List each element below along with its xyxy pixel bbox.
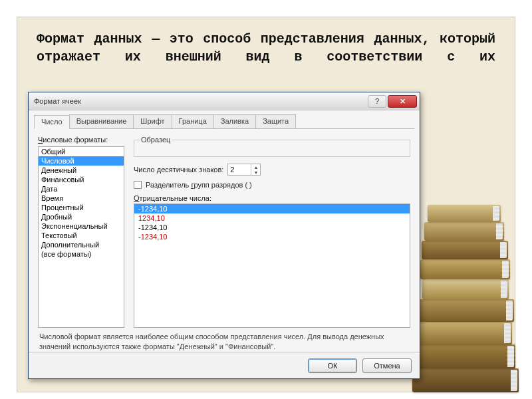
negative-numbers-label: Отрицательные числа:	[134, 194, 410, 202]
chevron-down-icon[interactable]: ▼	[251, 170, 260, 175]
negative-numbers-list[interactable]: -1234,10 1234,10 -1234,10 -1234,10	[134, 203, 410, 328]
help-button[interactable]: ?	[368, 95, 386, 108]
decimal-places-value: 2	[230, 166, 234, 174]
negative-option-3[interactable]: -1234,10	[134, 223, 410, 232]
negative-option-4[interactable]: -1234,10	[134, 232, 410, 241]
negative-option-1[interactable]: -1234,10	[134, 204, 410, 213]
decimal-places-stepper[interactable]: 2 ▲▼	[227, 164, 261, 176]
tab-protection[interactable]: Защита	[255, 114, 296, 128]
tab-border[interactable]: Граница	[172, 114, 214, 128]
format-description: Числовой формат является наиболее общим …	[34, 328, 414, 352]
format-item-number[interactable]: Числовой	[39, 156, 124, 166]
sample-box: Образец	[134, 136, 410, 157]
format-item-custom[interactable]: (все форматы)	[39, 249, 124, 259]
format-item-percent[interactable]: Процентный	[39, 203, 124, 212]
tab-number[interactable]: Число	[34, 115, 70, 129]
close-icon: ✕	[400, 97, 406, 106]
tab-alignment[interactable]: Выравнивание	[69, 114, 134, 128]
decimal-places-label: Число десятичных знаков:	[134, 166, 223, 174]
format-item-general[interactable]: Общий	[39, 147, 124, 156]
ok-button[interactable]: ОК	[308, 358, 357, 373]
stepper-arrows[interactable]: ▲▼	[251, 164, 260, 175]
titlebar[interactable]: Формат ячеек ? ✕	[29, 92, 420, 110]
format-item-time[interactable]: Время	[39, 194, 124, 203]
dialog-title: Формат ячеек	[34, 97, 81, 105]
chevron-up-icon[interactable]: ▲	[251, 164, 260, 170]
format-cells-dialog: Формат ячеек ? ✕ Число Выравнивание Шриф…	[28, 92, 420, 379]
format-item-text[interactable]: Текстовый	[39, 231, 124, 240]
format-item-currency[interactable]: Денежный	[39, 166, 124, 175]
format-item-scientific[interactable]: Экспоненциальный	[39, 221, 124, 231]
formats-label: Числовые форматы:	[38, 136, 124, 144]
tab-fill[interactable]: Заливка	[213, 114, 256, 128]
dialog-footer: ОК Отмена	[29, 352, 420, 378]
sample-label: Образец	[140, 136, 172, 144]
negative-option-2[interactable]: 1234,10	[134, 213, 410, 223]
cancel-button[interactable]: Отмена	[362, 358, 412, 373]
tab-font[interactable]: Шрифт	[133, 114, 172, 128]
tab-strip: Число Выравнивание Шрифт Граница Заливка…	[34, 114, 414, 129]
slide-heading: Формат данных — это способ представления…	[37, 30, 495, 66]
format-item-fraction[interactable]: Дробный	[39, 212, 124, 221]
ok-label: ОК	[328, 362, 338, 370]
format-item-special[interactable]: Дополнительный	[39, 240, 124, 249]
book-stack	[406, 180, 525, 392]
thousands-separator-checkbox[interactable]	[134, 181, 142, 189]
format-item-accounting[interactable]: Финансовый	[39, 175, 124, 184]
close-button[interactable]: ✕	[388, 95, 417, 108]
thousands-separator-label: Разделитель групп разрядов ( )	[146, 181, 252, 189]
help-icon: ?	[375, 97, 379, 105]
format-item-date[interactable]: Дата	[39, 184, 124, 194]
cancel-label: Отмена	[374, 362, 400, 370]
number-formats-list[interactable]: Общий Числовой Денежный Финансовый Дата …	[38, 146, 124, 328]
